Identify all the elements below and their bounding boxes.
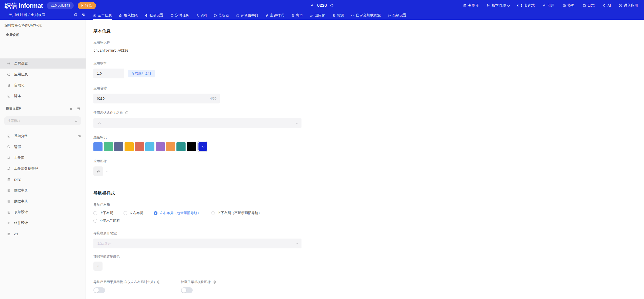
release-number-badge[interactable]: 发布编号:143 bbox=[128, 70, 155, 77]
color-identifier-label: 颜色标识 bbox=[93, 135, 644, 140]
chevron-down-icon bbox=[296, 242, 298, 244]
tab-login-settings[interactable]: 登录设置 bbox=[145, 11, 164, 20]
color-swatch[interactable] bbox=[135, 142, 144, 151]
sidebar-module-workflow[interactable]: 工作流 bbox=[0, 153, 86, 163]
info-icon[interactable] bbox=[157, 280, 160, 284]
menu-reference[interactable]: 引用 bbox=[542, 3, 555, 8]
color-swatch-selected[interactable] bbox=[198, 142, 207, 151]
tab-scheduled-tasks[interactable]: 定时任务 bbox=[170, 11, 189, 20]
global-section-title: 全局设置 bbox=[6, 33, 19, 37]
sidebar-module-component-design[interactable]: 组件设计 bbox=[0, 218, 86, 228]
target-icon bbox=[214, 14, 217, 17]
help-icon[interactable] bbox=[330, 4, 334, 7]
app-id-value: cn.informat.v0230 bbox=[93, 48, 644, 52]
color-swatch[interactable] bbox=[176, 142, 186, 151]
form-icon bbox=[7, 210, 11, 214]
menu-ai[interactable]: AI bbox=[602, 4, 611, 8]
page-icon bbox=[332, 14, 335, 17]
menu-changes[interactable]: 变更项 bbox=[463, 3, 479, 8]
hide-submenu-toggle[interactable] bbox=[181, 287, 193, 293]
sidebar-module-data-dict-2[interactable]: 数据字典 bbox=[0, 196, 86, 206]
radio-icon bbox=[211, 211, 215, 215]
app-name-input[interactable] bbox=[93, 94, 220, 103]
radio-icon bbox=[124, 211, 127, 215]
radio-left-right[interactable]: 左右布局 bbox=[124, 211, 143, 215]
sidebar-module-cs[interactable]: c's bbox=[0, 229, 86, 239]
tab-api[interactable]: API bbox=[196, 11, 207, 20]
color-swatch[interactable] bbox=[93, 142, 103, 151]
info-icon[interactable] bbox=[125, 111, 129, 115]
sidebar-module-leave[interactable]: 请假 bbox=[0, 142, 86, 152]
tab-custom-load-resources[interactable]: <> 自定义加载资源 bbox=[351, 11, 381, 20]
share-arrow-icon[interactable] bbox=[310, 4, 314, 7]
menu-version-management[interactable]: 版本管理 bbox=[487, 3, 509, 8]
eject-icon[interactable] bbox=[69, 107, 73, 110]
group-settings-icon[interactable] bbox=[77, 134, 81, 138]
tab-script[interactable]: 脚本 bbox=[291, 11, 303, 20]
basic-info-title: 基本信息 bbox=[93, 28, 644, 34]
sidebar-module-dec[interactable]: DEC bbox=[0, 175, 86, 185]
radio-top-bottom-no-top-nav[interactable]: 上下布局（不显示顶部导航） bbox=[211, 211, 262, 215]
color-swatch[interactable] bbox=[187, 142, 196, 151]
app-designer-window: 织信 Informat v1.0 build143 预览 0230 bbox=[0, 0, 644, 299]
app-icon-button[interactable] bbox=[93, 166, 103, 176]
chevron-down-icon[interactable] bbox=[106, 170, 109, 172]
tab-option-dictionary[interactable]: 选项值字典 bbox=[236, 11, 258, 20]
outline-list-icon[interactable] bbox=[82, 13, 85, 16]
breadcrumb: 应用设计器 / 全局设置 bbox=[8, 12, 46, 17]
gear-icon bbox=[7, 62, 11, 65]
radio-left-right-with-top-nav[interactable]: 左右布局（包含顶部导航） bbox=[154, 211, 201, 215]
radio-no-navbar[interactable]: 不显示导航栏 bbox=[93, 218, 120, 223]
tab-listeners[interactable]: 监听器 bbox=[214, 11, 229, 20]
tab-role-permissions[interactable]: 角色权限 bbox=[119, 11, 138, 20]
lock-icon bbox=[119, 14, 122, 17]
globe-icon bbox=[7, 221, 11, 225]
sidebar-item-script[interactable]: 脚本 bbox=[0, 91, 86, 101]
sidebar-item-app-info[interactable]: 应用信息 bbox=[0, 69, 86, 79]
color-swatch[interactable] bbox=[125, 142, 134, 151]
document-icon bbox=[7, 134, 11, 138]
menu-log[interactable]: 日志 bbox=[582, 3, 595, 8]
clear-color-button[interactable]: × bbox=[93, 262, 103, 271]
reference-icon bbox=[542, 4, 546, 7]
color-swatch[interactable] bbox=[114, 142, 123, 151]
tab-i18n[interactable]: 国际化 bbox=[310, 11, 325, 20]
color-swatch[interactable] bbox=[156, 142, 165, 151]
tab-advanced-settings[interactable]: 高级设置 bbox=[388, 11, 407, 20]
script-icon bbox=[291, 14, 294, 17]
module-search bbox=[4, 116, 81, 125]
menu-enter-app[interactable]: 进入应用 bbox=[619, 3, 638, 8]
sidebar-module-workflow-data[interactable]: 工作流数据管理 bbox=[0, 164, 86, 174]
preview-button[interactable]: 预览 bbox=[78, 2, 96, 9]
app-version-input[interactable] bbox=[93, 69, 124, 78]
color-swatch-row bbox=[93, 142, 644, 151]
note-icon[interactable] bbox=[74, 13, 77, 16]
color-swatch[interactable] bbox=[145, 142, 154, 151]
sidebar-item-global-settings[interactable]: 全局设置 bbox=[0, 58, 86, 69]
info-icon[interactable] bbox=[213, 280, 216, 284]
tab-theme-styles[interactable]: 主题样式 bbox=[265, 11, 284, 20]
menu-expression[interactable]: { } 表达式 bbox=[517, 3, 535, 8]
module-section-title: 模块设置9 bbox=[6, 106, 69, 111]
tab-resources[interactable]: 资源 bbox=[332, 11, 344, 20]
play-icon bbox=[82, 4, 83, 7]
sidebar-item-automation[interactable]: 自动化 bbox=[0, 80, 86, 90]
changes-icon bbox=[463, 4, 467, 7]
color-swatch[interactable] bbox=[166, 142, 175, 151]
add-module-icon[interactable] bbox=[77, 107, 80, 110]
menu-model[interactable]: 模型 bbox=[562, 3, 575, 8]
accordion-toggle[interactable] bbox=[93, 287, 105, 293]
sidebar-module-basic-group[interactable]: 基础分组 bbox=[0, 131, 86, 141]
expression-name-select[interactable]: <> bbox=[93, 118, 301, 128]
grid-icon bbox=[7, 200, 11, 203]
expression-name-label: 使用表达式作为名称 bbox=[93, 111, 644, 115]
sidebar-module-data-dict-1[interactable]: 数据字典 bbox=[0, 185, 86, 196]
radio-top-bottom[interactable]: 上下布局 bbox=[93, 211, 113, 215]
color-swatch[interactable] bbox=[104, 142, 113, 151]
tab-basic-info[interactable]: 基本信息 bbox=[93, 11, 112, 20]
nav-expand-select[interactable]: 默认展开 bbox=[93, 239, 301, 248]
module-search-input[interactable] bbox=[7, 119, 74, 123]
info-icon bbox=[7, 73, 11, 76]
sidebar-module-form-design[interactable]: 表单设计 bbox=[0, 207, 86, 217]
enter-app-icon bbox=[619, 4, 622, 7]
